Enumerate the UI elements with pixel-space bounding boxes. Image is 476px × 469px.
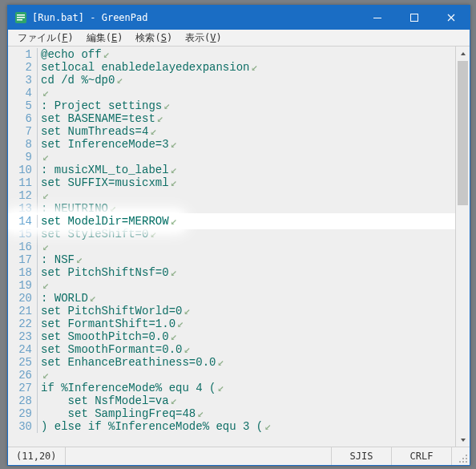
code-line[interactable]: 3cd /d %~dp0↙ (8, 74, 455, 87)
code-line[interactable]: 7set NumThreads=4↙ (8, 125, 455, 138)
line-number: 10 (8, 164, 37, 176)
code-line[interactable]: 28 set NsfModel=va↙ (8, 394, 455, 407)
eol-icon: ↙ (217, 356, 224, 369)
code-area[interactable]: 1@echo off↙2setlocal enabledelayedexpans… (8, 46, 455, 447)
eol-icon: ↙ (177, 317, 184, 330)
code-line[interactable]: 4↙ (8, 87, 455, 99)
line-number: 1 (8, 48, 37, 61)
code-line[interactable]: 13: NEUTRINO↙ (8, 202, 455, 215)
eol-icon: ↙ (42, 369, 49, 382)
titlebar[interactable]: [Run.bat] - GreenPad (8, 6, 470, 30)
code-text: set ModelDir=MERROW↙ (41, 215, 455, 228)
status-line-ending[interactable]: CRLF (392, 447, 452, 465)
line-number: 25 (8, 356, 37, 369)
line-number: 29 (8, 407, 37, 420)
code-line[interactable]: 5: Project settings↙ (8, 99, 455, 112)
status-cursor: (11,20) (8, 447, 66, 465)
eol-icon: ↙ (171, 266, 177, 279)
code-line[interactable]: 18set PitchShiftNsf=0↙ (8, 266, 455, 279)
eol-icon: ↙ (76, 253, 83, 266)
code-line[interactable]: 29 set SamplingFreq=48↙ (8, 407, 455, 420)
code-line[interactable]: 30) else if %InferenceMode% equ 3 (↙ (8, 420, 455, 433)
line-number: 18 (8, 266, 37, 279)
eol-icon: ↙ (116, 74, 123, 87)
eol-icon: ↙ (184, 343, 190, 356)
code-line[interactable]: 27if %InferenceMode% equ 4 (↙ (8, 382, 455, 394)
eol-icon: ↙ (103, 48, 110, 61)
code-text: set NsfModel=va↙ (41, 394, 455, 407)
code-text: set SamplingFreq=48↙ (41, 407, 455, 420)
code-line[interactable]: 1@echo off↙ (8, 48, 455, 61)
code-text: : NSF↙ (41, 253, 455, 266)
line-number: 2 (8, 61, 37, 74)
menubar: ファイル(F) 編集(E) 検索(S) 表示(V) (8, 30, 470, 46)
eol-icon: ↙ (264, 420, 271, 433)
code-line[interactable]: 23set SmoothPitch=0.0↙ (8, 330, 455, 343)
window-controls (359, 6, 470, 30)
menu-view[interactable]: 表示(V) (179, 30, 228, 46)
code-line[interactable]: 25set EnhanceBreathiness=0.0↙ (8, 356, 455, 369)
line-number: 4 (8, 87, 37, 99)
eol-icon: ↙ (42, 241, 49, 253)
code-text: set InferenceMode=3↙ (41, 138, 455, 151)
code-line[interactable]: 10: musicXML_to_label↙ (8, 164, 455, 176)
code-text: set BASENAME=test↙ (41, 112, 455, 125)
menu-edit-accel: E (111, 32, 117, 43)
menu-search[interactable]: 検索(S) (129, 30, 179, 46)
menu-edit[interactable]: 編集(E) (80, 30, 130, 46)
eol-icon: ↙ (42, 279, 49, 292)
eol-icon: ↙ (171, 330, 177, 343)
app-icon (14, 11, 27, 24)
line-number: 26 (8, 369, 37, 382)
line-number: 3 (8, 74, 37, 87)
code-line[interactable]: 8set InferenceMode=3↙ (8, 138, 455, 151)
close-button[interactable] (433, 6, 470, 30)
scroll-up-button[interactable] (456, 46, 470, 60)
scroll-thumb[interactable] (458, 61, 468, 205)
code-text: ) else if %InferenceMode% equ 3 (↙ (41, 420, 455, 433)
code-line[interactable]: 2setlocal enabledelayedexpansion↙ (8, 61, 455, 74)
status-encoding[interactable]: SJIS (332, 447, 392, 465)
code-line[interactable]: 22set FormantShift=1.0↙ (8, 317, 455, 330)
line-number: 13 (8, 202, 37, 215)
code-line[interactable]: 11set SUFFIX=musicxml↙ (8, 176, 455, 189)
code-text: set StyleShift=0↙ (41, 228, 455, 241)
code-line[interactable]: 26↙ (8, 369, 455, 382)
code-line[interactable]: 15set StyleShift=0↙ (8, 228, 455, 241)
code-text: : musicXML_to_label↙ (41, 164, 455, 176)
code-text: @echo off↙ (41, 48, 455, 61)
code-line[interactable]: 9↙ (8, 151, 455, 164)
code-text: : Project settings↙ (41, 99, 455, 112)
svg-point-11 (459, 461, 461, 463)
minimize-button[interactable] (359, 6, 396, 30)
eol-icon: ↙ (42, 151, 49, 164)
vertical-scrollbar[interactable] (455, 46, 470, 447)
code-line[interactable]: 14set ModelDir=MERROW↙ (8, 215, 455, 228)
maximize-button[interactable] (396, 6, 433, 30)
code-line[interactable]: 16↙ (8, 241, 455, 253)
svg-rect-2 (17, 17, 25, 18)
scroll-down-button[interactable] (456, 433, 470, 447)
code-text: ↙ (41, 241, 455, 253)
code-text: set FormantShift=1.0↙ (41, 317, 455, 330)
code-line[interactable]: 17: NSF↙ (8, 253, 455, 266)
svg-point-8 (462, 461, 464, 463)
eol-icon: ↙ (184, 305, 190, 317)
code-line[interactable]: 20: WORLD↙ (8, 292, 455, 305)
eol-icon: ↙ (171, 164, 177, 176)
code-line[interactable]: 21set PitchShiftWorld=0↙ (8, 305, 455, 317)
line-number: 28 (8, 394, 37, 407)
menu-file[interactable]: ファイル(F) (11, 30, 80, 46)
svg-rect-5 (411, 14, 418, 22)
code-text: set SUFFIX=musicxml↙ (41, 176, 455, 189)
code-text: : NEUTRINO↙ (41, 202, 455, 215)
window-title: [Run.bat] - GreenPad (32, 12, 359, 23)
code-line[interactable]: 6set BASENAME=test↙ (8, 112, 455, 125)
code-line[interactable]: 12↙ (8, 189, 455, 202)
code-text: setlocal enabledelayedexpansion↙ (41, 61, 455, 74)
code-line[interactable]: 19↙ (8, 279, 455, 292)
resize-grip-icon[interactable] (452, 447, 470, 465)
eol-icon: ↙ (171, 215, 177, 228)
code-line[interactable]: 24set SmoothFormant=0.0↙ (8, 343, 455, 356)
menu-file-accel: F (62, 32, 67, 43)
